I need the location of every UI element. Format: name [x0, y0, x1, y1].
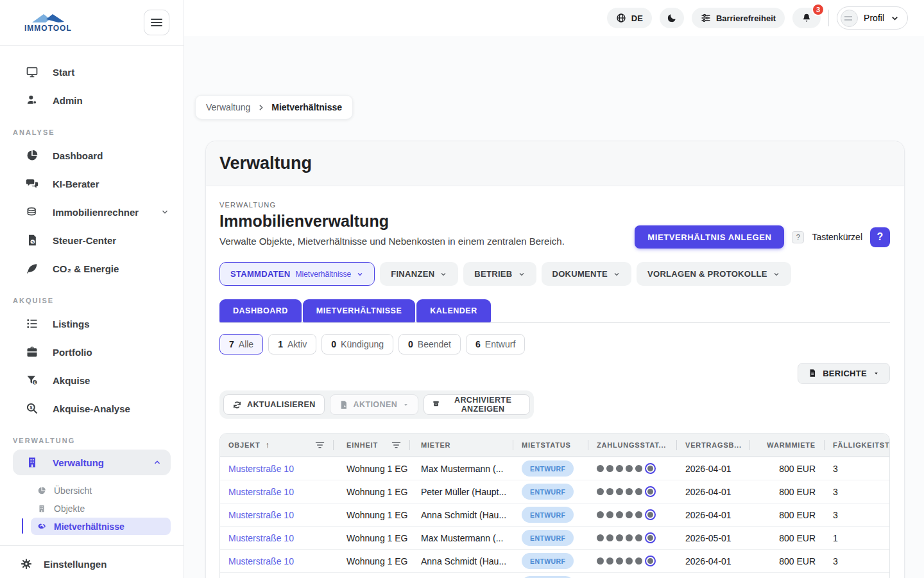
column-header-vertragsbeginn[interactable]: VERTRAGSB...: [677, 434, 750, 456]
subtab-dashboard[interactable]: DASHBOARD: [219, 299, 302, 322]
refresh-button[interactable]: AKTUALISIEREN: [223, 394, 325, 415]
column-header-objekt[interactable]: OBJEKT ↑: [220, 434, 334, 456]
filter-chip-alle[interactable]: 7 Alle: [219, 334, 263, 355]
object-link[interactable]: Musterstraße 10: [228, 464, 294, 474]
sidebar-item-portfolio[interactable]: Portfolio: [0, 338, 184, 366]
filter-chip-kuendigung[interactable]: 0 Kündigung: [321, 334, 393, 355]
sidebar-item-akquise-analyse[interactable]: $ Akquise-Analyse: [0, 394, 184, 423]
status-badge: ENTWURF: [522, 553, 574, 569]
sidebar-logo-row: IMMOTOOL: [0, 0, 184, 46]
card-body: VERWALTUNG Immobilienverwaltung Verwalte…: [206, 201, 904, 578]
tab-finanzen[interactable]: FINANZEN: [380, 262, 458, 286]
column-header-faelligkeitstag[interactable]: FÄLLIGKEITSTA: [825, 434, 889, 456]
tab-dokumente[interactable]: DOKUMENTE: [542, 262, 631, 286]
sidebar-item-listings[interactable]: Listings: [0, 310, 184, 338]
table-row[interactable]: Musterstraße 10 Wohnung 1 EG Anna Schmid…: [220, 549, 889, 572]
filter-icon[interactable]: [391, 441, 401, 449]
payment-status-dots: [597, 463, 677, 474]
column-header-mietstatus[interactable]: MIETSTATUS: [513, 434, 588, 456]
tab-vorlagen-protokolle[interactable]: VORLAGEN & PROTOKOLLE: [637, 262, 791, 286]
search-dollar-icon: $: [26, 402, 38, 415]
table-row[interactable]: Musterstraße 10 Wohnung 1 EG Max Musterm…: [220, 457, 889, 480]
object-link[interactable]: Musterstraße 10: [228, 556, 294, 566]
sidebar-item-akquise[interactable]: $ Akquise: [0, 366, 184, 394]
sidebar-subitem-label: Übersicht: [54, 486, 92, 496]
language-button[interactable]: DE: [607, 8, 652, 28]
filter-chip-beendet[interactable]: 0 Beendet: [398, 334, 461, 355]
avatar: [841, 10, 858, 27]
intro-text: VERWALTUNG Immobilienverwaltung Verwalte…: [219, 201, 565, 249]
sidebar-item-einstellungen[interactable]: Einstellungen: [0, 550, 184, 578]
due-day-cell: 1: [825, 533, 889, 543]
chevron-down-icon: [890, 13, 900, 23]
chevron-down-icon: [160, 207, 169, 216]
sidebar-item-dashboard[interactable]: Dashboard: [0, 141, 184, 170]
object-link[interactable]: Musterstraße 10: [228, 487, 294, 497]
sidebar-item-label: Einstellungen: [44, 559, 107, 570]
subtab-mietverhaeltnisse[interactable]: MIETVERHÄLTNISSE: [303, 299, 415, 322]
sidebar-subitem-mietverhaeltnisse[interactable]: Mietverhältnisse: [31, 518, 171, 535]
actions-button[interactable]: AKTIONEN: [330, 394, 418, 415]
caret-down-icon: [402, 401, 409, 408]
profile-button[interactable]: Profil: [837, 6, 908, 30]
contract-start-cell: 2026-05-01: [677, 533, 750, 543]
subtab-kalender[interactable]: KALENDER: [416, 299, 490, 322]
column-header-einheit[interactable]: EINHEIT: [334, 434, 410, 456]
sidebar-item-admin[interactable]: Admin: [0, 86, 184, 114]
accessibility-button[interactable]: Barrierefreiheit: [692, 8, 785, 28]
intro-actions: MIETVERHÄLTNIS ANLEGEN ? Tastenkürzel ?: [635, 225, 890, 249]
list-icon: [26, 317, 38, 330]
object-link[interactable]: Musterstraße 10: [228, 533, 294, 543]
unit-cell: Wohnung 1 EG: [334, 510, 410, 520]
sidebar-subitem-objekte[interactable]: Objekte: [31, 500, 171, 517]
sidebar-item-ki-berater[interactable]: KI-Berater: [0, 170, 184, 198]
column-header-mieter[interactable]: MIETER: [410, 434, 513, 456]
show-archived-button[interactable]: ARCHIVIERTE ANZEIGEN: [424, 394, 530, 415]
sidebar-toggle-button[interactable]: [144, 10, 169, 35]
dark-mode-button[interactable]: [660, 8, 684, 28]
table-row[interactable]: Musterstraße 10 Wohnung 1 EG Peter Mülle…: [220, 480, 889, 503]
chevron-up-icon: [153, 458, 162, 467]
status-filter-chips: 7 Alle 1 Aktiv 0 Kündigung 0 Beendet: [219, 334, 890, 355]
column-label: MIETER: [421, 441, 450, 449]
filter-chip-aktiv[interactable]: 1 Aktiv: [268, 334, 316, 355]
sidebar-section-analyse: ANALYSE: [0, 114, 184, 141]
app-logo[interactable]: IMMOTOOL: [24, 12, 72, 33]
filter-chip-entwurf[interactable]: 6 Entwurf: [466, 334, 525, 355]
help-button[interactable]: ?: [870, 227, 890, 247]
sidebar-item-start[interactable]: Start: [0, 58, 184, 86]
breadcrumb-parent[interactable]: Verwaltung: [206, 102, 250, 112]
notification-count-badge[interactable]: 3: [812, 3, 825, 16]
sidebar-subitem-uebersicht[interactable]: Übersicht: [31, 482, 171, 499]
object-link[interactable]: Musterstraße 10: [228, 510, 294, 520]
tab-label: FINANZEN: [391, 269, 434, 279]
reports-button[interactable]: BERICHTE: [798, 363, 890, 384]
payment-status-dots: [597, 486, 677, 497]
column-header-zahlungsstatus[interactable]: ZAHLUNGSSTAT...: [588, 434, 677, 456]
filter-label: Entwurf: [485, 339, 515, 349]
sidebar-item-verwaltung[interactable]: Verwaltung: [13, 450, 171, 475]
column-header-warmmiete[interactable]: WARMMIETE: [750, 434, 825, 456]
due-day-cell: 3: [825, 487, 889, 497]
create-tenancy-button[interactable]: MIETVERHÄLTNIS ANLEGEN: [635, 225, 784, 249]
main-area: DE Barrierefreiheit 3 Profil: [184, 0, 924, 578]
table-row[interactable]: Musterstraße 10 Wohnung 1 EG Max Musterm…: [220, 526, 889, 549]
tab-stammdaten[interactable]: STAMMDATEN Mietverhältnisse: [219, 262, 375, 286]
sidebar-item-immobilienrechner[interactable]: Immobilienrechner: [0, 198, 184, 226]
sidebar-item-label: Portfolio: [53, 347, 169, 358]
sidebar-item-steuer-center[interactable]: S Steuer-Center: [0, 226, 184, 254]
filter-count: 0: [408, 339, 413, 349]
svg-text:$: $: [30, 405, 32, 410]
document-icon: [808, 369, 817, 379]
table-row[interactable]: Musterstraße 10 Wohnung 1 EG Peter Mülle…: [220, 572, 889, 578]
table-row[interactable]: Musterstraße 10 Wohnung 1 EG Anna Schmid…: [220, 503, 889, 526]
globe-icon: [616, 13, 626, 23]
sidebar-item-co2-energie[interactable]: CO₂ & Energie: [0, 254, 184, 283]
handshake-icon: [37, 522, 46, 531]
tab-betrieb[interactable]: BETRIEB: [463, 262, 536, 286]
filter-count: 7: [229, 339, 234, 349]
filter-icon[interactable]: [315, 441, 325, 449]
sidebar-subitem-label: Mietverhältnisse: [54, 521, 124, 532]
chevron-down-icon: [773, 270, 780, 278]
sidebar-item-label: KI-Berater: [53, 179, 169, 189]
